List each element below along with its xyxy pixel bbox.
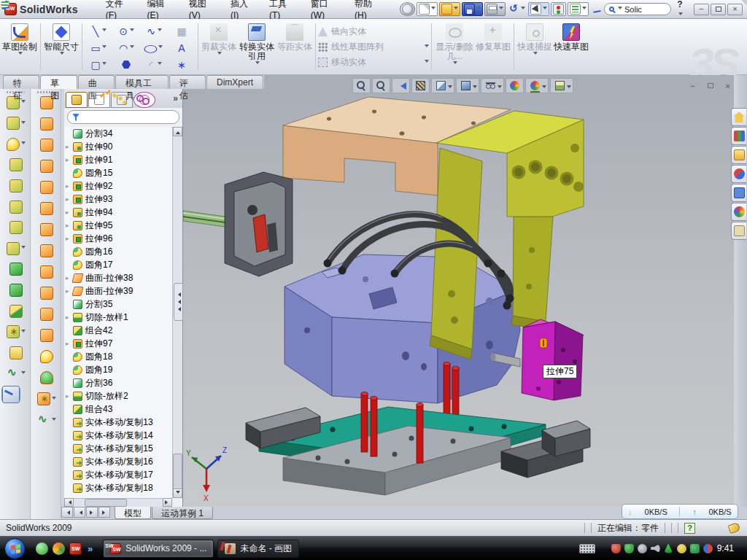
- heads-up-button[interactable]: [411, 78, 430, 93]
- heads-up-button[interactable]: [456, 78, 479, 93]
- sketch-button[interactable]: 草图绘制: [1, 21, 38, 73]
- expand-arrow-icon[interactable]: [66, 392, 72, 400]
- tree-horizontal-scrollbar[interactable]: [64, 498, 172, 507]
- tree-item[interactable]: 实体-移动/复制16: [64, 455, 172, 468]
- close-button[interactable]: ×: [727, 4, 743, 15]
- panel-splitter-handle[interactable]: [174, 283, 183, 321]
- expand-arrow-icon[interactable]: [66, 182, 72, 190]
- restore-button[interactable]: [711, 4, 726, 15]
- tree-item[interactable]: 圆角18: [64, 350, 172, 363]
- search-dropdown-icon[interactable]: [618, 7, 622, 12]
- search-box[interactable]: Solic: [604, 3, 671, 15]
- features-toolbar-button[interactable]: [1, 179, 30, 193]
- heads-up-button[interactable]: [481, 78, 504, 93]
- features-toolbar-button[interactable]: [1, 220, 30, 235]
- tree-item[interactable]: 分割35: [64, 298, 172, 311]
- heads-up-button[interactable]: [525, 78, 549, 93]
- dropdown-arrow-icon[interactable]: [431, 7, 436, 12]
- expand-arrow-icon[interactable]: [66, 143, 72, 150]
- tray-icon[interactable]: [664, 544, 673, 553]
- tree-item[interactable]: 拉伸90: [64, 140, 172, 153]
- part-clamp-block[interactable]: [225, 172, 293, 276]
- toolbar-button[interactable]: [568, 2, 589, 16]
- command-tab[interactable]: DimXpert: [206, 75, 263, 89]
- tree-item[interactable]: 拉伸91: [64, 153, 172, 166]
- features-toolbar-button[interactable]: [1, 116, 30, 131]
- dropdown-arrow-icon[interactable]: [499, 7, 503, 12]
- surfaces-toolbar-button[interactable]: [32, 222, 61, 237]
- point-tool[interactable]: ∗: [168, 60, 196, 70]
- expand-arrow-icon[interactable]: [66, 209, 72, 216]
- features-toolbar-button[interactable]: [1, 304, 30, 319]
- task-pane-tab[interactable]: [731, 184, 746, 202]
- tray-icon[interactable]: [624, 544, 634, 553]
- panel-tab[interactable]: [133, 92, 155, 108]
- task-pane-tab[interactable]: [731, 203, 746, 221]
- surfaces-toolbar-button[interactable]: [32, 244, 61, 258]
- quick-launch-icon[interactable]: [36, 542, 48, 555]
- taskbar-window-button[interactable]: 未命名 - 画图: [217, 540, 299, 558]
- dropdown-arrow-icon[interactable]: [582, 7, 587, 12]
- minimize-button[interactable]: −: [694, 4, 709, 15]
- task-pane-tab[interactable]: [731, 165, 746, 183]
- features-toolbar-button[interactable]: [1, 366, 30, 381]
- ellipse-tool[interactable]: ◯: [140, 43, 168, 53]
- heads-up-button[interactable]: [392, 78, 410, 93]
- doc-restore-button[interactable]: [703, 80, 718, 91]
- task-pane-tab[interactable]: [731, 222, 746, 240]
- pattern-select-tool[interactable]: ▦: [168, 26, 196, 36]
- tree-item[interactable]: 组合42: [64, 324, 172, 337]
- panel-tab[interactable]: [66, 92, 88, 108]
- tree-item[interactable]: 实体-移动/复制17: [64, 468, 172, 481]
- heads-up-button[interactable]: [431, 78, 454, 93]
- surfaces-toolbar-button[interactable]: [32, 328, 61, 343]
- expand-arrow-icon[interactable]: [66, 235, 72, 242]
- start-button[interactable]: [4, 538, 26, 559]
- surfaces-toolbar-button[interactable]: [32, 392, 61, 406]
- command-tab[interactable]: 曲面: [78, 75, 115, 89]
- tree-item[interactable]: 切除-放样2: [64, 389, 172, 402]
- dropdown-arrow-icon[interactable]: [454, 7, 458, 12]
- tree-item[interactable]: 实体-移动/复制18: [64, 481, 172, 494]
- quick-tips-icon[interactable]: ?: [684, 523, 695, 534]
- toolbar-button[interactable]: [462, 2, 483, 16]
- document-tab[interactable]: 运动算例 1: [152, 507, 213, 519]
- expand-arrow-icon[interactable]: [66, 340, 72, 347]
- tab-last-button[interactable]: [98, 507, 110, 518]
- task-pane-tab[interactable]: [731, 108, 746, 126]
- toolbar-button[interactable]: [590, 3, 604, 15]
- toolbar-button[interactable]: [417, 2, 438, 16]
- convert-entities-button[interactable]: 转换实体引用: [237, 21, 276, 73]
- polygon-tool[interactable]: [112, 61, 140, 69]
- toolbar-button[interactable]: [551, 2, 566, 16]
- command-tab[interactable]: 模具工具: [115, 75, 169, 89]
- surfaces-toolbar-button[interactable]: [32, 265, 61, 279]
- features-toolbar-button[interactable]: [1, 283, 30, 298]
- surfaces-toolbar-button[interactable]: [32, 117, 61, 131]
- command-tab[interactable]: 特征: [3, 75, 39, 89]
- scroll-left-button[interactable]: [64, 498, 74, 507]
- task-pane-tab[interactable]: [731, 146, 746, 164]
- tree-item[interactable]: 分割36: [64, 376, 172, 389]
- features-toolbar-button[interactable]: [1, 200, 30, 214]
- surfaces-toolbar-button[interactable]: [32, 159, 61, 174]
- tree-item[interactable]: 曲面-拉伸39: [64, 284, 172, 298]
- input-method-icon[interactable]: [579, 544, 595, 553]
- features-toolbar-button[interactable]: [1, 262, 30, 276]
- tree-filter-input[interactable]: [67, 110, 179, 124]
- tree-item[interactable]: 实体-移动/复制13: [64, 416, 172, 429]
- toolbar-button[interactable]: [400, 2, 415, 16]
- arc-tool[interactable]: ◠: [112, 43, 140, 53]
- tree-item[interactable]: 分割34: [64, 127, 172, 140]
- tree-item[interactable]: 组合43: [64, 402, 172, 416]
- doc-close-button[interactable]: ×: [720, 80, 734, 91]
- tree-item[interactable]: 拉伸92: [64, 179, 172, 192]
- tag-icon[interactable]: [727, 522, 740, 534]
- features-toolbar-button[interactable]: [1, 241, 30, 256]
- surfaces-toolbar-button[interactable]: [32, 307, 61, 322]
- help-button[interactable]: ?: [677, 0, 688, 20]
- features-toolbar-button[interactable]: [1, 158, 30, 172]
- expand-arrow-icon[interactable]: [66, 274, 72, 281]
- scroll-down-button[interactable]: [173, 489, 182, 498]
- tray-icon[interactable]: [677, 544, 686, 553]
